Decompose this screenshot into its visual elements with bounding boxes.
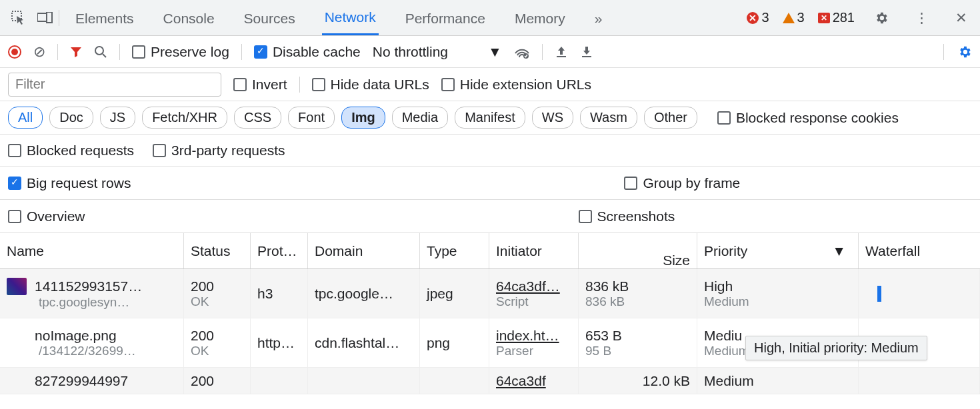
type-fetch[interactable]: Fetch/XHR [142,107,227,129]
record-button[interactable] [8,45,21,59]
hide-ext-label: Hide extension URLs [460,77,591,93]
priority-initial: Medium [704,294,851,309]
error-icon: ✕ [747,12,759,24]
device-toggle-icon[interactable] [32,12,59,24]
inspect-icon[interactable] [5,11,32,25]
hide-ext-input[interactable] [441,78,455,91]
panel-tabs: Elements Console Sources Network Perform… [73,0,605,35]
col-priority[interactable]: Priority ▼ [697,233,859,268]
tab-network[interactable]: Network [322,0,379,35]
group-by-frame-checkbox[interactable]: Group by frame [624,175,740,191]
screenshots-checkbox[interactable]: Screenshots [579,208,675,224]
invert-checkbox[interactable]: Invert [233,77,287,93]
blocked-cookies-input[interactable] [717,111,731,125]
svg-line-4 [103,54,106,57]
divider [542,44,543,60]
request-name: 827299944997 [35,373,177,389]
request-path: tpc.googlesyn… [7,295,177,310]
blocked-requests-input[interactable] [8,144,21,157]
type-font[interactable]: Font [288,107,335,129]
clear-button[interactable]: ⊘ [33,43,45,61]
tab-sources[interactable]: Sources [241,1,298,35]
filter-input[interactable] [8,73,221,97]
table-row[interactable]: 141152993157… tpc.googlesyn… 200 OK h3 t… [0,269,980,318]
big-rows-checkbox[interactable]: Big request rows [8,175,131,191]
error-count[interactable]: ✕ 3 [747,10,769,25]
type-css[interactable]: CSS [234,107,281,129]
col-name[interactable]: Name [0,233,184,268]
blocked-requests-checkbox[interactable]: Blocked requests [8,143,134,159]
hide-data-urls-checkbox[interactable]: Hide data URLs [312,77,429,93]
upload-har-icon[interactable] [555,45,568,59]
more-tabs-icon[interactable]: » [592,1,605,35]
overview-checkbox[interactable]: Overview [8,208,85,224]
network-settings-icon[interactable] [957,45,972,59]
search-icon[interactable] [94,45,107,59]
message-icon: ✕ [818,13,830,23]
initiator-link[interactable]: index.ht… [496,328,571,344]
col-type[interactable]: Type [420,233,489,268]
third-party-input[interactable] [153,144,166,157]
divider [119,44,120,60]
network-conditions-icon[interactable] [514,45,530,59]
type-ws[interactable]: WS [532,107,573,129]
priority-value: High [704,278,851,294]
initiator-type: Parser [496,344,571,358]
col-initiator[interactable]: Initiator [489,233,579,268]
tabs-right: ✕ 3 3 ✕ 281 ⋮ ✕ [747,10,975,26]
settings-icon[interactable] [868,11,895,25]
type-all[interactable]: All [8,107,43,129]
view-options-2: Overview Screenshots [0,200,980,233]
more-icon[interactable]: ⋮ [908,10,935,26]
type-js[interactable]: JS [100,107,135,129]
type-other[interactable]: Other [644,107,697,129]
hide-data-label: Hide data URLs [331,77,429,93]
table-header: Name Status Prot… Domain Type Initiator … [0,233,980,269]
disable-cache-checkbox[interactable]: Disable cache [254,44,361,60]
invert-input[interactable] [233,78,247,91]
type-img[interactable]: Img [341,107,385,129]
close-icon[interactable]: ✕ [948,10,975,26]
thumbnail-icon [7,278,27,295]
warning-count[interactable]: 3 [783,10,805,25]
divider [57,44,58,60]
tab-console[interactable]: Console [161,1,217,35]
tab-memory[interactable]: Memory [512,1,568,35]
type-wasm[interactable]: Wasm [580,107,637,129]
throttling-select[interactable]: No throttling ▼ [373,44,502,60]
table-row[interactable]: 827299944997 200 64ca3df 12.0 kB Medium [0,368,980,394]
col-size[interactable]: Size [579,233,697,268]
col-protocol[interactable]: Prot… [251,233,308,268]
hide-data-input[interactable] [312,78,325,91]
preserve-log-input[interactable] [132,45,145,59]
type-manifest[interactable]: Manifest [455,107,525,129]
initiator-link[interactable]: 64ca3df [496,373,546,389]
col-domain[interactable]: Domain [308,233,420,268]
divider [943,44,944,60]
divider [59,10,59,26]
col-waterfall[interactable]: Waterfall [859,233,980,268]
priority-tooltip: High, Initial priority: Medium [745,336,927,360]
type-doc[interactable]: Doc [49,107,93,129]
third-party-label: 3rd-party requests [171,143,285,159]
main-tabs-bar: Elements Console Sources Network Perform… [0,0,980,36]
screenshots-input[interactable] [579,210,592,223]
tab-performance[interactable]: Performance [403,1,488,35]
disable-cache-input[interactable] [254,45,267,59]
col-status[interactable]: Status [184,233,251,268]
blocked-cookies-checkbox[interactable]: Blocked response cookies [717,110,899,126]
type-media[interactable]: Media [392,107,448,129]
download-har-icon[interactable] [580,45,593,59]
preserve-log-checkbox[interactable]: Preserve log [132,44,229,60]
message-count[interactable]: ✕ 281 [818,10,855,25]
big-rows-input[interactable] [8,177,21,190]
protocol-value: h3 [257,286,273,302]
group-by-frame-input[interactable] [624,177,637,190]
hide-ext-urls-checkbox[interactable]: Hide extension URLs [441,77,591,93]
status-text: OK [191,294,243,309]
initiator-link[interactable]: 64ca3df… [496,278,571,294]
overview-input[interactable] [8,210,21,223]
tab-elements[interactable]: Elements [73,1,137,35]
third-party-checkbox[interactable]: 3rd-party requests [153,143,285,159]
filter-icon[interactable] [70,46,82,58]
